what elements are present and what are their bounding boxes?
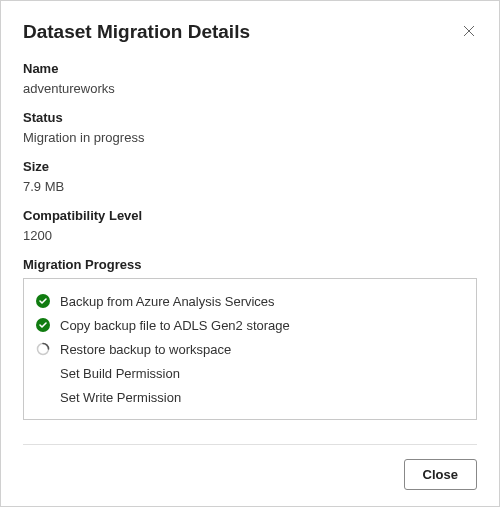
pending-icon [36, 366, 50, 380]
step-label: Set Build Permission [60, 366, 180, 381]
migration-progress-box: Backup from Azure Analysis Services Copy… [23, 278, 477, 420]
field-value: 7.9 MB [23, 179, 477, 194]
check-circle-icon [36, 294, 50, 308]
field-size: Size 7.9 MB [23, 159, 477, 194]
check-circle-icon [36, 318, 50, 332]
migration-progress-label: Migration Progress [23, 257, 477, 272]
field-label: Status [23, 110, 477, 125]
close-button[interactable]: Close [404, 459, 477, 490]
step-label: Backup from Azure Analysis Services [60, 294, 275, 309]
progress-step: Set Write Permission [36, 385, 464, 409]
field-label: Size [23, 159, 477, 174]
dialog-title: Dataset Migration Details [23, 21, 250, 43]
field-value: Migration in progress [23, 130, 477, 145]
migration-progress-section: Migration Progress Backup from Azure Ana… [23, 257, 477, 420]
divider [23, 444, 477, 445]
step-label: Copy backup file to ADLS Gen2 storage [60, 318, 290, 333]
field-status: Status Migration in progress [23, 110, 477, 145]
pending-icon [36, 390, 50, 404]
button-row: Close [23, 459, 477, 490]
field-label: Name [23, 61, 477, 76]
step-label: Restore backup to workspace [60, 342, 231, 357]
progress-step: Set Build Permission [36, 361, 464, 385]
field-value: 1200 [23, 228, 477, 243]
progress-step: Copy backup file to ADLS Gen2 storage [36, 313, 464, 337]
dialog-header: Dataset Migration Details [23, 21, 477, 43]
step-label: Set Write Permission [60, 390, 181, 405]
field-label: Compatibility Level [23, 208, 477, 223]
spinner-icon [36, 342, 50, 356]
dataset-migration-dialog: Dataset Migration Details Name adventure… [0, 0, 500, 507]
field-compatibility-level: Compatibility Level 1200 [23, 208, 477, 243]
dialog-footer: Close [23, 430, 477, 490]
field-value: adventureworks [23, 81, 477, 96]
field-name: Name adventureworks [23, 61, 477, 96]
close-icon[interactable] [463, 25, 477, 39]
progress-step: Backup from Azure Analysis Services [36, 289, 464, 313]
progress-step: Restore backup to workspace [36, 337, 464, 361]
